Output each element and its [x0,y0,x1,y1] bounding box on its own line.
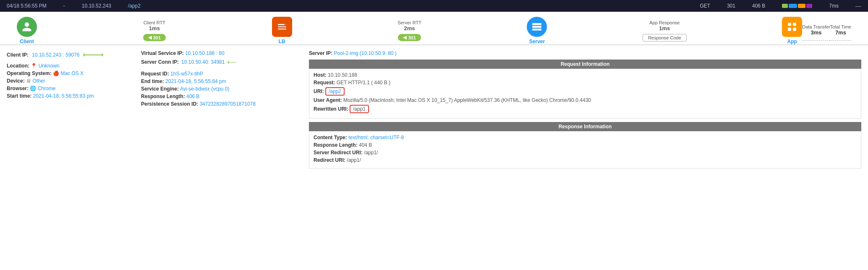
resp-length-resp-label: Response Length: [314,142,358,148]
server-icon [527,17,547,37]
lb-icon [272,17,292,37]
resp-length-value: 406 B [186,93,199,99]
server-label: Server [529,39,545,44]
host-value: 10.10.50.188 [328,72,357,78]
client-ip-row: Client IP: 10.10.52.243 : 59076 ⟵⟶ [7,50,133,60]
vs-ip-row: Virtual Service IP: 10.10.50.188 : 80 [141,50,301,56]
resp-length-row: Response Length: 406 B [141,93,301,99]
svg-rect-4 [788,28,791,31]
device-row: Device: 🖥 Other [7,78,133,84]
rewritten-uri-row: Rewritten URI: /app1 [314,105,857,113]
client-ip-label: Client IP: [7,52,29,58]
request-value: GET HTTP/1.1 ( 440 B ) [337,80,390,86]
client-rtt-label: Client RTT 1ms [144,20,165,31]
persistence-row: Persistence Session ID: 3472328289705187… [141,101,301,107]
top-bar-total-time: 7ms [829,3,839,9]
rewritten-uri-value: /app1 [350,105,369,113]
vs-ip-value: 10.10.50.188 : 80 [185,50,224,56]
request-section-content: Host: 10.10.50.188 Request: GET HTTP/1.1… [309,69,861,119]
browser-icon: 🌐 [30,86,36,91]
app-label: App [787,39,797,44]
end-time-label: End time: [141,78,164,84]
badge-301-right: ◀301 [398,34,421,41]
svc-engine-value: Avi-se-bdwsx (vcpu 0) [180,86,230,92]
top-bar: 04/18 5:56:55 PM - 10.10.52.243 /app2 GE… [0,0,868,12]
redirect-label: Redirect URI: [314,157,345,163]
response-section-header: Response Information [309,122,861,131]
os-row: Operating System: 🍎 Mac OS X [7,70,133,76]
sc-arrow-icon: ⟵ [227,58,237,66]
request-label: Request: [314,80,335,86]
os-value: Mac OS X [60,70,84,76]
server-ip-value: Pool-2-img (10.10.50.9: 80 ) [334,50,396,56]
top-bar-end-dash: — [855,3,861,9]
start-time-value: 2021-04-18, 5:56:55:83 pm [33,93,94,99]
server-ip-label: Server IP: [309,50,332,56]
req-id-value: 1hS-w57x-tlhP [170,71,203,77]
client-icon [17,17,37,37]
redirect-row: Redirect URI: /app1/ [314,157,857,163]
right-panel: Server IP: Pool-2-img (10.10.50.9: 80 ) … [309,50,861,169]
location-label: Location: [7,63,29,69]
server-ip-row: Server IP: Pool-2-img (10.10.50.9: 80 ) [309,50,861,56]
top-bar-method: GET [700,3,710,9]
top-bar-ip: 10.10.52.243 [82,3,111,9]
svc-engine-row: Service Engine: Avi-se-bdwsx (vcpu 0) [141,86,301,92]
svg-rect-5 [793,28,796,31]
location-row: Location: 📍 Unknown [7,63,133,69]
device-label: Device: [7,78,25,84]
svc-engine-label: Service Engine: [141,86,179,92]
main-content: Client IP: 10.10.52.243 : 59076 ⟵⟶ Locat… [0,45,868,174]
browser-row: Browser: 🌐 Chrome [7,86,133,91]
server-rtt-label: Server RTT 2ms [397,20,421,31]
badge-301-left: ◀301 [143,34,166,41]
client-ip-value: 10.10.52.243 : 59076 [32,52,79,58]
svg-point-0 [284,23,286,25]
server-rtt-arrow: Server RTT 2ms ◀301 [292,20,527,41]
middle-panel: Virtual Service IP: 10.10.50.188 : 80 Se… [141,50,301,169]
app-icon [782,17,802,37]
content-type-label: Content Type: [314,135,347,140]
os-icon: 🍎 [53,70,59,76]
request-info-section: Request Information Host: 10.10.50.188 R… [309,60,861,119]
client-arrow-icon: ⟵⟶ [83,50,103,60]
pipeline-wrapper: Client Client RTT 1ms ◀301 LB Server [0,12,868,45]
uri-row: URI: /app2 [314,87,857,96]
content-type-value: text/html; charset=UTF-8 [348,135,404,140]
request-row: Request: GET HTTP/1.1 ( 440 B ) [314,80,857,86]
device-value: Other [32,78,45,84]
top-bar-dash: - [63,3,65,9]
req-id-label: Request ID: [141,71,169,77]
app-node: App [782,17,802,44]
top-bar-code: 301 [727,3,735,9]
persistence-value: 34723282897051871078 [199,101,255,107]
start-time-row: Start time: 2021-04-18, 5:56:55:83 pm [7,93,133,99]
timing-seg-1 [782,4,788,8]
top-bar-datetime: 04/18 5:56:55 PM [7,3,47,9]
end-time-value: 2021-04-18, 5:56:55:84 pm [165,78,226,84]
server-node: Server [527,17,547,44]
sc-ip-label: Server Conn IP: [141,59,179,65]
location-value: Unknown [39,63,60,69]
location-icon: 📍 [31,63,37,69]
response-code-badge: Response Code [643,34,687,42]
persistence-label: Persistence Session ID: [141,101,198,107]
end-time-row: End time: 2021-04-18, 5:56:55:84 pm [141,78,301,84]
user-agent-value: Mozilla/5.0 (Macintosh; Intel Mac OS X 1… [343,97,591,103]
resp-length-resp-value: 404 B [359,142,372,148]
top-bar-path: /app2 [128,3,141,9]
lb-node: LB [272,17,292,44]
user-agent-row: User Agent: Mozilla/5.0 (Macintosh; Inte… [314,97,857,103]
rewritten-uri-label: Rewritten URI: [314,106,348,112]
os-label: Operating System: [7,70,52,76]
app-response-arrow: App Response 1ms Response Code [547,20,782,42]
timing-bar [782,3,812,9]
request-section-header: Request Information [309,60,861,69]
content-type-row: Content Type: text/html; charset=UTF-8 [314,135,857,140]
total-time-node: Total Time 7ms [830,21,851,41]
resp-length-label: Response Length: [141,93,185,99]
device-icon: 🖥 [26,78,31,84]
app-response-label: App Response 1ms [649,20,680,31]
left-panel: Client IP: 10.10.52.243 : 59076 ⟵⟶ Locat… [7,50,133,169]
server-redirect-label: Server Redirect URI: [314,150,363,156]
